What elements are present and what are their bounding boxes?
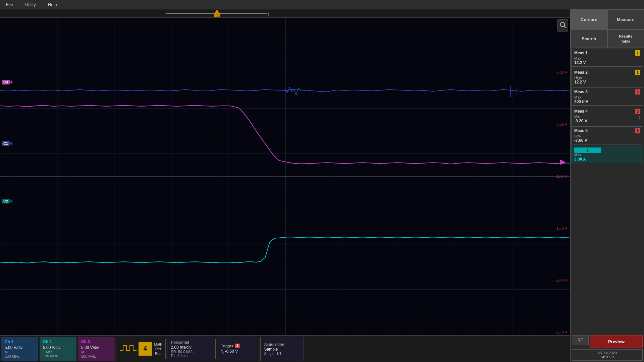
separator4: [259, 339, 259, 359]
dots-menu-icon[interactable]: ⋮: [636, 113, 642, 119]
meas4-label: Min: [574, 115, 640, 119]
trigger-arrow: [214, 9, 220, 13]
scope-svg: [0, 18, 570, 335]
meas5-value: -7.60 V: [574, 138, 640, 143]
ch3-vdiv: 5.00 V/div: [81, 345, 111, 350]
meas2-panel[interactable]: Meas 2 1 High 12.2 V: [571, 68, 643, 86]
meas2-channel-badge: 1: [635, 70, 640, 75]
meas2-value: 12.2 V: [574, 80, 640, 84]
separator1: [116, 339, 116, 359]
waveform-icon: [120, 342, 137, 356]
meas2-label: High: [574, 76, 640, 80]
right-panel: Cursors Measure Search ResultsTable Meas…: [570, 9, 644, 362]
ch1-title: Ch 1: [5, 340, 35, 344]
horizontal-rl: RL: 1 kpts: [171, 354, 210, 358]
voltage-neg25v: -25.0 V: [555, 330, 567, 334]
trigger-channel-badge: 3: [235, 344, 240, 348]
horizontal-title: Horizontal: [171, 340, 210, 344]
trigger-slope-icon: ╲: [221, 349, 223, 354]
c3-arrow: [10, 80, 12, 84]
meas1-panel[interactable]: Meas 1 1 Max 12.2 V: [571, 49, 643, 67]
meas2-title: Meas 2: [574, 70, 588, 75]
math-label: Math: [154, 342, 162, 346]
scope-search-icon[interactable]: [557, 19, 568, 32]
acquisition-info[interactable]: Acquisition Sample Single: 1/1: [260, 337, 304, 361]
c3-label[interactable]: C3: [2, 80, 12, 84]
voltage-neg10v: -10.0 V: [555, 174, 567, 178]
results-table-button[interactable]: ResultsTable: [607, 29, 644, 48]
ch1-bw: 500 MHz: [5, 354, 35, 358]
acq-count: Single: 1/1: [264, 352, 300, 356]
trigger-title-area: Trigger 3: [221, 344, 254, 348]
channel-number-4[interactable]: 4: [139, 342, 152, 356]
menu-help[interactable]: Help: [45, 1, 60, 8]
c3-badge: C3: [2, 80, 10, 84]
c2-label[interactable]: C2: [2, 199, 12, 203]
ch3-title: Ch 3: [81, 340, 111, 344]
ch2-info[interactable]: Ch 2 5.00 A/div 1 MΩ 120 MHz: [40, 337, 76, 361]
horizontal-sr: SR: 50.0 kS/s: [171, 350, 210, 354]
voltage-labels: 5.00 V 0.00 V -5.00 V -10.0 V -15.0 V -2…: [555, 18, 567, 335]
datetime-display: 25 Jul 2023 14:26:37: [572, 349, 643, 361]
right-top-buttons: Cursors Measure: [571, 9, 644, 29]
menu-file[interactable]: File: [3, 1, 16, 8]
c1-label[interactable]: C1: [2, 141, 12, 146]
h-range-left-bracket: [: [164, 11, 166, 16]
scope-area: [ ] T1: [0, 9, 570, 362]
search-button[interactable]: Search: [571, 29, 607, 48]
h-range-right-bracket: ]: [268, 11, 269, 16]
menu-utility[interactable]: Utility: [22, 1, 39, 8]
ch3-coupling: ⊗: [81, 350, 111, 354]
trigger-position-indicator[interactable]: T1: [214, 9, 220, 17]
meas3-title: Meas 3: [574, 89, 588, 94]
meas4-title: Meas 4: [574, 109, 588, 114]
meas3-value: 400 mV: [574, 99, 640, 104]
meas4-panel[interactable]: Meas 4 3 Min -8.20 V ⋮: [571, 107, 643, 125]
meas6-value: 3.00 A: [574, 157, 640, 162]
right-second-row: Search ResultsTable: [571, 29, 644, 48]
trigger-marker: T1: [214, 13, 220, 17]
voltage-0v: 0.00 V: [555, 70, 567, 74]
bus-label: Bus: [155, 352, 161, 356]
meas6-label: Max: [574, 153, 640, 157]
meas5-title: Meas 5: [574, 128, 588, 133]
bottom-right-controls: RF Preview 25 Jul 2023 14:26:37: [571, 334, 644, 362]
meas5-channel-badge: 3: [635, 128, 640, 133]
ch2-vdiv: 5.00 A/div: [43, 345, 73, 350]
rf-button[interactable]: RF: [572, 335, 589, 345]
meas3-panel[interactable]: Meas 3 3 Max 400 mV: [571, 87, 643, 106]
time-display: 14:26:37: [574, 355, 641, 359]
meas5-panel[interactable]: Meas 5 3 Low -7.60 V: [571, 126, 643, 144]
trigger-info[interactable]: Trigger 3 ╲ -6.60 V: [217, 337, 257, 361]
preview-button[interactable]: Preview: [590, 335, 643, 348]
ch3-bw: 500 MHz: [81, 354, 111, 358]
trigger-label: Trigger: [221, 344, 233, 348]
trigger-slope-area: ╲ -6.60 V: [221, 349, 254, 354]
horizontal-time-div: 2.00 ms/div: [171, 345, 210, 350]
trigger-level: -6.60 V: [225, 349, 238, 354]
acq-title: Acquisition: [264, 342, 300, 346]
cursors-button[interactable]: Cursors: [571, 9, 607, 29]
scope-canvas: 5.00 V 0.00 V -5.00 V -10.0 V -15.0 V -2…: [0, 17, 570, 335]
meas3-label: Max: [574, 95, 640, 99]
voltage-neg5v: -5.00 V: [555, 122, 567, 126]
meas1-label: Max: [574, 56, 640, 60]
horizontal-info[interactable]: Horizontal 2.00 ms/div SR: 50.0 kS/s RL:…: [167, 337, 214, 361]
measure-button[interactable]: Measure: [607, 9, 644, 29]
meas4-value: -8.20 V: [574, 119, 640, 123]
svg-point-25: [560, 22, 565, 27]
meas6-panel[interactable]: 2 Max 3.00 A: [571, 146, 643, 163]
spacer: [571, 164, 644, 334]
c1-badge: C1: [2, 141, 10, 146]
ch1-info[interactable]: Ch 1 5.00 V/div ⊗ 500 MHz: [1, 337, 38, 361]
voltage-neg15v: -15.0 V: [555, 226, 567, 230]
math-ref-bus-labels: Math Ref Bus: [154, 342, 162, 356]
ch1-coupling: ⊗: [5, 350, 35, 354]
ch2-title: Ch 2: [43, 340, 73, 344]
ch3-info[interactable]: Ch 3 5.00 V/div ⊗ 500 MHz: [78, 337, 115, 361]
svg-rect-3: [0, 18, 570, 335]
menu-bar: File Utility Help: [0, 0, 644, 9]
date-display: 25 Jul 2023: [574, 351, 641, 355]
trigger-bar: [ ] T1: [0, 9, 570, 17]
ch1-vdiv: 5.00 V/div: [5, 345, 35, 350]
